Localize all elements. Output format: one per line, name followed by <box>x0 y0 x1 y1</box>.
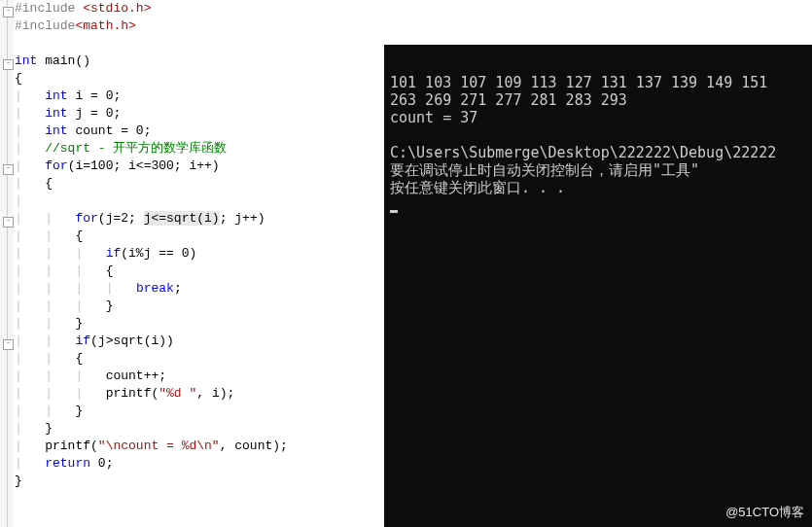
code-line[interactable]: | | | if(i%j == 0) <box>15 245 384 263</box>
code-token: 0; <box>90 456 113 471</box>
code-token: j = 0; <box>68 106 122 121</box>
code-line[interactable]: | | } <box>15 315 384 333</box>
fold-line <box>7 0 8 527</box>
code-token: <math.h> <box>75 18 135 33</box>
code-token: <stdio.h> <box>83 1 151 16</box>
fold-toggle[interactable]: - <box>3 7 14 18</box>
code-line[interactable]: | | } <box>15 403 384 420</box>
code-line[interactable]: | | { <box>15 350 384 368</box>
code-line[interactable]: #include<math.h> <box>15 18 384 35</box>
code-token: printf( <box>45 439 98 453</box>
code-token: , count); <box>220 439 288 453</box>
output-line: 263 269 271 277 281 283 293 <box>390 91 627 109</box>
code-token: return <box>45 456 90 471</box>
debug-console[interactable]: 101 103 107 109 113 127 131 137 139 149 … <box>384 45 812 527</box>
fold-toggle[interactable]: - <box>3 164 14 175</box>
fold-toggle[interactable]: - <box>3 339 14 350</box>
code-token: } <box>15 474 22 488</box>
fold-toggle[interactable]: - <box>3 217 14 228</box>
code-line[interactable]: } <box>15 473 384 490</box>
output-line: count = 37 <box>390 109 477 126</box>
code-token: (j>sqrt(i)) <box>90 334 174 348</box>
code-line[interactable]: | //sqrt - 开平方的数学库函数 <box>15 140 384 158</box>
code-line[interactable]: | | | { <box>15 263 384 280</box>
code-token: { <box>75 228 83 243</box>
code-line[interactable]: | | for(j=2; j<=sqrt(i); j++) <box>15 210 384 228</box>
code-token: { <box>15 71 22 86</box>
console-output: 101 103 107 109 113 127 131 137 139 149 … <box>390 74 812 527</box>
code-token: } <box>75 404 83 418</box>
code-line[interactable]: | int i = 0; <box>15 88 384 105</box>
code-token: #include <box>15 1 83 16</box>
code-line[interactable]: | | | | break; <box>15 280 384 298</box>
output-line: 101 103 107 109 113 127 131 137 139 149 … <box>390 74 767 91</box>
code-line[interactable]: | return 0; <box>15 455 384 473</box>
code-token: if <box>75 334 90 348</box>
code-token: , i); <box>196 386 234 401</box>
code-token: } <box>75 316 83 331</box>
code-token: for <box>45 158 67 173</box>
code-line[interactable]: | { <box>15 175 384 193</box>
code-token: //sqrt - 开平方的数学库函数 <box>45 141 227 156</box>
code-line[interactable]: | } <box>15 420 384 438</box>
code-token: #include <box>15 18 75 33</box>
code-token: for <box>75 211 97 226</box>
code-token: (j=2; <box>98 211 144 226</box>
code-line[interactable]: | | if(j>sqrt(i)) <box>15 333 384 350</box>
code-token: "\ncount = %d\n" <box>98 439 220 453</box>
code-token: int <box>45 123 67 138</box>
code-line[interactable]: | printf("\ncount = %d\n", count); <box>15 438 384 455</box>
output-msg: 要在调试停止时自动关闭控制台，请启用"工具" <box>390 161 699 179</box>
code-line[interactable]: | | | } <box>15 298 384 315</box>
code-token: main() <box>37 53 90 68</box>
cursor <box>390 210 398 213</box>
code-token: (i%j == 0) <box>121 246 196 261</box>
code-editor[interactable]: ----- #include <stdio.h>#include<math.h>… <box>0 0 384 527</box>
code-line[interactable]: | int count = 0; <box>15 123 384 140</box>
code-token: ; <box>174 281 182 296</box>
code-line[interactable]: #include <stdio.h> <box>15 0 384 18</box>
fold-toggle[interactable]: - <box>3 59 14 70</box>
code-token: { <box>45 176 53 191</box>
code-token: ; j++) <box>220 211 265 226</box>
code-line[interactable]: int main() <box>15 53 384 70</box>
code-line[interactable]: { <box>15 70 384 88</box>
code-token: (i=100; i<=300; i++) <box>68 158 220 173</box>
fold-gutter: ----- <box>0 0 14 527</box>
code-line[interactable]: | | { <box>15 228 384 245</box>
code-line[interactable]: | | | printf("%d ", i); <box>15 385 384 403</box>
code-token: { <box>75 351 83 366</box>
code-token: if <box>106 246 122 261</box>
code-token: count++; <box>106 369 166 383</box>
code-token: "%d " <box>159 386 196 401</box>
code-line[interactable]: | <box>15 193 384 210</box>
code-token: count = 0; <box>68 123 152 138</box>
output-path: C:\Users\Submerge\Desktop\222222\Debug\2… <box>390 144 776 161</box>
code-token: { <box>106 264 114 278</box>
code-token: printf( <box>106 386 159 401</box>
code-token: break <box>136 281 174 296</box>
watermark: @51CTO博客 <box>725 504 804 521</box>
code-token: int <box>15 53 37 68</box>
code-token: } <box>45 421 53 436</box>
code-token: int <box>45 106 67 121</box>
code-token: i = 0; <box>68 88 122 103</box>
code-token: } <box>106 299 114 313</box>
code-token: int <box>45 88 67 103</box>
code-area[interactable]: #include <stdio.h>#include<math.h>int ma… <box>15 0 384 490</box>
output-msg: 按任意键关闭此窗口. . . <box>390 179 565 196</box>
code-token: j<=sqrt(i) <box>144 211 220 226</box>
code-line[interactable]: | | | count++; <box>15 368 384 385</box>
code-line[interactable]: | for(i=100; i<=300; i++) <box>15 158 384 175</box>
code-line[interactable] <box>15 35 384 53</box>
code-line[interactable]: | int j = 0; <box>15 105 384 123</box>
